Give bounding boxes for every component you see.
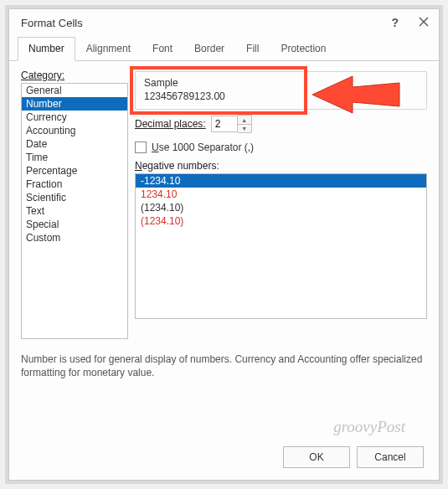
checkbox-icon[interactable] (135, 142, 147, 153)
category-listbox[interactable]: General Number Currency Accounting Date … (21, 83, 128, 339)
ok-button[interactable]: OK (283, 446, 350, 468)
description-text: Number is used for general display of nu… (9, 344, 439, 430)
list-item[interactable]: 1234.10 (136, 188, 426, 201)
decimal-label: Decimal places: (135, 118, 206, 130)
list-item[interactable]: Scientific (22, 191, 127, 204)
list-item[interactable]: Time (22, 151, 127, 164)
titlebar: Format Cells ? (9, 9, 439, 33)
list-item[interactable]: Special (22, 218, 127, 231)
list-item[interactable]: Percentage (22, 164, 127, 178)
tab-alignment[interactable]: Alignment (75, 37, 142, 61)
tabs: Number Alignment Font Border Fill Protec… (9, 36, 439, 61)
use-separator-checkbox[interactable]: UUse 1000 Separator (,)se 1000 Separator… (135, 142, 427, 153)
format-cells-dialog: Format Cells ? Number Alignment Font Bor… (8, 8, 440, 481)
sample-box: Sample 123456789123.00 (135, 71, 427, 110)
separator-label: UUse 1000 Separator (,)se 1000 Separator… (152, 142, 254, 153)
list-item[interactable]: Text (22, 204, 127, 218)
list-item[interactable]: Fraction (22, 178, 127, 191)
list-item[interactable]: Accounting (22, 124, 127, 137)
close-icon[interactable] (419, 17, 429, 28)
list-item[interactable]: -1234.10 (136, 174, 426, 188)
list-item[interactable]: Number (22, 97, 127, 111)
spinner-up-icon[interactable]: ▲ (238, 116, 251, 124)
sample-label: Sample (144, 77, 418, 89)
tab-number[interactable]: Number (18, 37, 75, 61)
sample-value: 123456789123.00 (144, 90, 418, 102)
dialog-title: Format Cells (21, 17, 83, 29)
decimal-spinner[interactable]: ▲ ▼ (211, 115, 252, 133)
list-item[interactable]: Custom (22, 231, 127, 244)
help-icon[interactable]: ? (391, 16, 399, 29)
list-item[interactable]: Currency (22, 111, 127, 124)
tab-fill[interactable]: Fill (235, 37, 270, 61)
spinner-down-icon[interactable]: ▼ (238, 124, 251, 132)
tab-font[interactable]: Font (142, 37, 183, 61)
negative-listbox[interactable]: -1234.10 1234.10 (1234.10) (1234.10) (135, 173, 427, 319)
negative-label: Negative numbers: (135, 160, 427, 172)
decimal-input[interactable] (211, 116, 238, 132)
cancel-button[interactable]: Cancel (357, 446, 424, 468)
list-item[interactable]: General (22, 84, 127, 97)
list-item[interactable]: (1234.10) (136, 214, 426, 228)
list-item[interactable]: (1234.10) (136, 201, 426, 214)
list-item[interactable]: Date (22, 137, 127, 151)
tab-border[interactable]: Border (183, 37, 235, 61)
tab-protection[interactable]: Protection (270, 37, 337, 61)
